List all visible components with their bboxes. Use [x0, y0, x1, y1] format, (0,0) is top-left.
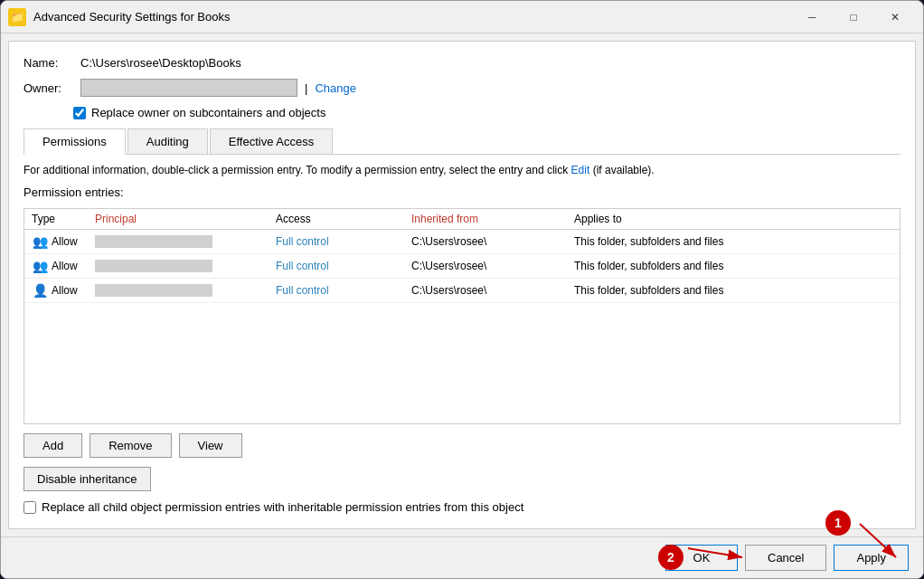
maximize-button[interactable]: □ [833, 4, 874, 31]
col-applies: Applies to [574, 213, 892, 225]
title-bar-controls: ─ □ ✕ [791, 4, 916, 31]
annotation-circle-1: 1 [825, 510, 851, 536]
name-value: C:\Users\rosee\Desktop\Books [80, 56, 241, 70]
tab-effective-access[interactable]: Effective Access [210, 128, 333, 154]
row1-principal [95, 235, 276, 248]
row3-principal [95, 284, 276, 297]
change-link[interactable]: Change [315, 81, 356, 95]
col-access: Access [276, 213, 411, 225]
info-text: For additional information, double-click… [24, 164, 900, 176]
tab-auditing[interactable]: Auditing [127, 128, 208, 154]
row3-applies: This folder, subfolders and files [574, 284, 892, 297]
col-principal: Principal [95, 213, 276, 225]
bottom-bar: 1 2 OK Cancel Apply [1, 536, 923, 578]
row1-access: Full control [276, 235, 411, 248]
row3-access: Full control [276, 284, 411, 297]
row2-type: 👥 Allow [32, 258, 95, 274]
table-row[interactable]: 👥 Allow Full control C:\Users\rosee\ Thi… [24, 230, 900, 254]
row2-access: Full control [276, 260, 411, 272]
permission-table: Type Principal Access Inherited from App… [24, 208, 900, 424]
tabs-container: Permissions Auditing Effective Access [24, 128, 900, 155]
window-title: Advanced Security Settings for Books [33, 10, 791, 24]
table-action-buttons: Add Remove View [24, 433, 900, 458]
tab-permissions[interactable]: Permissions [24, 128, 126, 155]
row3-type: 👤 Allow [32, 282, 95, 299]
permission-entries-label: Permission entries: [24, 185, 900, 199]
row3-inherited: C:\Users\rosee\ [411, 284, 574, 297]
table-row[interactable]: 👥 Allow Full control C:\Users\rosee\ Thi… [24, 254, 900, 279]
view-button[interactable]: View [179, 433, 242, 458]
replace-child-checkbox[interactable] [24, 501, 36, 514]
row2-applies: This folder, subfolders and files [574, 260, 892, 272]
table-row[interactable]: 👤 Allow Full control C:\Users\rosee\ Thi… [24, 279, 900, 303]
name-row: Name: C:\Users\rosee\Desktop\Books [24, 56, 900, 70]
disable-inheritance-row: Disable inheritance [24, 467, 900, 491]
col-type: Type [32, 213, 95, 225]
replace-owner-label: Replace owner on subcontainers and objec… [91, 106, 325, 119]
minimize-button[interactable]: ─ [791, 4, 833, 31]
replace-child-label: Replace all child object permission entr… [42, 500, 523, 514]
replace-child-row: Replace all child object permission entr… [24, 500, 900, 514]
replace-owner-checkbox[interactable] [73, 107, 86, 119]
user-icon-3: 👤 [32, 282, 48, 299]
main-window: 📁 Advanced Security Settings for Books ─… [0, 0, 924, 579]
user-icon-2: 👥 [32, 258, 48, 274]
row1-type: 👥 Allow [32, 233, 95, 250]
owner-label: Owner: [24, 81, 73, 95]
apply-button[interactable]: Apply [834, 545, 909, 571]
disable-inheritance-button[interactable]: Disable inheritance [24, 467, 151, 491]
remove-button[interactable]: Remove [90, 433, 171, 458]
col-inherited: Inherited from [411, 213, 574, 225]
row1-inherited: C:\Users\rosee\ [411, 235, 574, 248]
table-header: Type Principal Access Inherited from App… [24, 209, 900, 230]
close-button[interactable]: ✕ [874, 4, 916, 31]
owner-row: Owner: | Change [24, 79, 900, 97]
owner-value-box [80, 79, 297, 97]
row1-applies: This folder, subfolders and files [574, 235, 892, 248]
user-icon-1: 👥 [32, 233, 48, 250]
row2-principal [95, 260, 276, 272]
main-content: Name: C:\Users\rosee\Desktop\Books Owner… [8, 41, 916, 529]
edit-highlight: Edit [571, 164, 590, 176]
replace-owner-row: Replace owner on subcontainers and objec… [24, 106, 900, 119]
title-bar: 📁 Advanced Security Settings for Books ─… [1, 1, 923, 33]
name-label: Name: [24, 56, 73, 70]
annotation-circle-2: 2 [658, 545, 684, 570]
row2-inherited: C:\Users\rosee\ [411, 260, 574, 272]
add-button[interactable]: Add [24, 433, 82, 458]
window-icon: 📁 [8, 8, 26, 26]
cancel-button[interactable]: Cancel [745, 545, 826, 571]
